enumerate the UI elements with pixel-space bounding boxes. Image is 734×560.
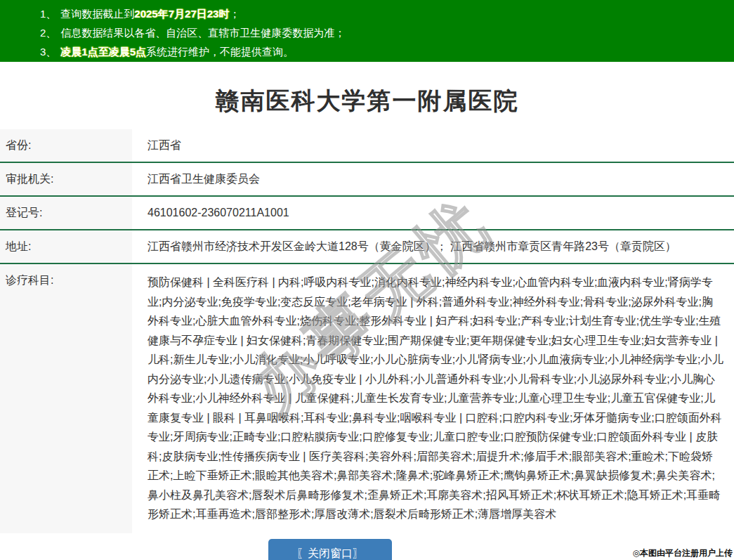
- notice-number: 2、: [40, 27, 56, 39]
- upload-attribution: ◎本图由平台注册用户上传: [633, 547, 733, 559]
- table-row-registration-number: 登记号: 46101602-236070211A1001: [0, 197, 734, 230]
- close-window-button[interactable]: 〖关闭窗口〗: [268, 539, 392, 560]
- table-row-medical-subjects: 诊疗科目: 预防保健科 | 全科医疗科 | 内科;呼吸内科专业;消化内科专业;神…: [0, 264, 734, 533]
- row-value: 江西省: [132, 129, 734, 162]
- table-row-address: 地址: 江西省赣州市经济技术开发区金岭大道128号（黄金院区）； 江西省赣州市章…: [0, 230, 734, 264]
- row-value: 江西省赣州市经济技术开发区金岭大道128号（黄金院区）； 江西省赣州市章贡区青年…: [132, 230, 734, 263]
- notice-item-2: 2、信息数据结果以各省、自治区、直辖市卫生健康委数据为准；: [40, 24, 734, 42]
- table-row-approval-authority: 审批机关: 江西省卫生健康委员会: [0, 163, 734, 197]
- page-title: 赣南医科大学第一附属医院: [0, 85, 734, 117]
- hospital-info-table: 省份: 江西省 审批机关: 江西省卫生健康委员会 登记号: 46101602-2…: [0, 129, 734, 533]
- button-row: 〖关闭窗口〗: [0, 539, 660, 560]
- notice-list: 1、查询数据截止到2025年7月27日23时； 2、信息数据结果以各省、自治区、…: [40, 5, 734, 61]
- row-value: 江西省卫生健康委员会: [132, 163, 734, 195]
- notice-banner: 1、查询数据截止到2025年7月27日23时； 2、信息数据结果以各省、自治区、…: [0, 0, 734, 62]
- row-label: 省份:: [0, 129, 132, 162]
- notice-number: 3、: [40, 46, 56, 58]
- notice-text: ；: [229, 8, 240, 20]
- row-value: 46101602-236070211A1001: [132, 197, 734, 229]
- notice-number: 1、: [40, 8, 56, 20]
- row-label: 登记号:: [0, 197, 132, 229]
- notice-item-1: 1、查询数据截止到2025年7月27日23时；: [40, 5, 734, 23]
- notice-item-3: 3、凌晨1点至凌晨5点系统进行维护，不能提供查询。: [40, 43, 734, 61]
- row-label: 审批机关:: [0, 163, 132, 195]
- notice-highlight: 2025年7月27日23时: [134, 8, 229, 20]
- row-value: 预防保健科 | 全科医疗科 | 内科;呼吸内科专业;消化内科专业;神经内科专业;…: [132, 264, 734, 533]
- table-row-province: 省份: 江西省: [0, 129, 734, 163]
- notice-text: 信息数据结果以各省、自治区、直辖市卫生健康委数据为准；: [60, 27, 345, 39]
- notice-text: 系统进行维护，不能提供查询。: [146, 46, 294, 58]
- row-label: 诊疗科目:: [0, 264, 132, 533]
- row-label: 地址:: [0, 230, 132, 263]
- notice-highlight: 凌晨1点至凌晨5点: [60, 46, 146, 58]
- notice-text: 查询数据截止到: [60, 8, 134, 20]
